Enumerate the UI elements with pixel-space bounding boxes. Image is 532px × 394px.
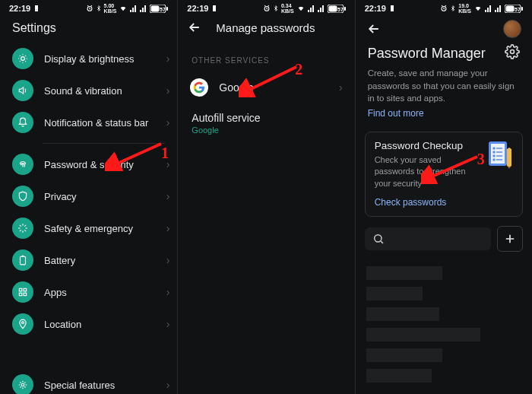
battery-icon: 57 (150, 5, 168, 13)
status-bar: 22:19 5.00KB/S 57 (0, 0, 177, 15)
alarm-icon (263, 5, 271, 12)
setting-label: Safety & emergency (44, 223, 162, 234)
divider (43, 143, 165, 144)
list-item[interactable] (366, 307, 439, 321)
wifi-icon (473, 5, 483, 12)
svg-rect-11 (24, 293, 27, 296)
avatar[interactable] (503, 20, 521, 38)
status-bar: 22:19 19.0KB/S 57 (356, 0, 532, 15)
list-item[interactable] (366, 287, 423, 300)
signal-icon (308, 5, 315, 12)
google-service-row[interactable]: Google › (178, 71, 354, 104)
alarm-icon (86, 5, 93, 12)
setting-label: Notification & status bar (44, 117, 162, 129)
sidebar-item-password-security[interactable]: Password & security › (5, 148, 177, 180)
chevron-right-icon: › (166, 158, 170, 170)
svg-point-36 (493, 159, 495, 160)
page-description: Create, save and manage your passwords s… (368, 67, 520, 105)
brightness-icon (12, 48, 33, 69)
network-speed: 19.0KB/S (458, 3, 471, 14)
page-title: Settings (0, 15, 177, 43)
chevron-right-icon: › (166, 222, 170, 234)
signal-icon-2 (318, 5, 325, 12)
list-item[interactable] (366, 369, 432, 383)
shield-icon (12, 186, 33, 207)
svg-rect-0 (35, 5, 38, 11)
svg-rect-10 (19, 293, 22, 296)
search-icon (372, 233, 385, 245)
fingerprint-icon (12, 154, 33, 175)
battery-icon: 57 (328, 5, 346, 13)
password-list (356, 266, 532, 383)
sidebar-item-battery[interactable]: Battery › (5, 244, 177, 276)
chevron-right-icon: › (166, 286, 170, 298)
status-bar: 22:19 0.34KB/S 57 (178, 0, 354, 15)
svg-point-13 (21, 383, 24, 386)
sidebar-item-notification[interactable]: Notification & status bar › (5, 106, 177, 138)
svg-rect-18 (328, 5, 337, 11)
network-speed: 0.34KB/S (281, 3, 294, 14)
header (356, 15, 532, 41)
setting-label: Privacy (44, 191, 162, 202)
gear-icon[interactable] (505, 44, 520, 62)
signal-icon (130, 5, 138, 12)
svg-rect-24 (505, 5, 514, 11)
signal-icon (485, 5, 492, 12)
svg-point-12 (22, 322, 24, 324)
svg-text:57: 57 (337, 6, 344, 11)
sidebar-item-privacy[interactable]: Privacy › (5, 180, 177, 212)
setting-label: Location (44, 319, 162, 330)
sound-icon (12, 80, 33, 101)
status-time: 22:19 (9, 4, 30, 13)
settings-list: Display & brightness › Sound & vibration… (0, 43, 177, 394)
section-label: OTHER SERVICES (178, 43, 354, 71)
sidebar-item-safety[interactable]: Safety & emergency › (5, 212, 177, 244)
back-icon[interactable] (187, 20, 202, 35)
alarm-icon (440, 5, 448, 12)
autofill-service-row[interactable]: Autofill service Google (178, 104, 354, 142)
setting-label: Battery (44, 255, 162, 266)
sidebar-item-sound[interactable]: Sound & vibration › (5, 75, 177, 106)
svg-text:57: 57 (160, 6, 166, 11)
location-icon (12, 313, 33, 335)
setting-label: Special features (44, 380, 162, 391)
setting-label: Apps (44, 287, 162, 298)
battery-icon: 57 (505, 5, 523, 13)
list-item[interactable] (366, 328, 480, 342)
find-out-more-link[interactable]: Find out more (368, 108, 424, 119)
setting-label: Display & brightness (44, 53, 162, 65)
wifi-icon (296, 5, 306, 12)
signal-icon-2 (495, 5, 502, 12)
back-icon[interactable] (366, 21, 382, 37)
google-icon (190, 78, 208, 97)
svg-point-32 (493, 151, 495, 153)
status-time: 22:19 (365, 4, 386, 13)
chevron-right-icon: › (166, 379, 170, 391)
svg-rect-7 (21, 256, 26, 265)
svg-rect-3 (151, 5, 160, 11)
sidebar-item-apps[interactable]: Apps › (5, 276, 177, 308)
check-passwords-link[interactable]: Check passwords (375, 197, 447, 208)
notification-indicator-icon (388, 5, 396, 12)
search-input[interactable] (365, 227, 491, 250)
sidebar-item-location[interactable]: Location › (5, 308, 177, 340)
add-button[interactable] (497, 226, 523, 252)
status-time: 22:19 (187, 4, 208, 13)
wifi-icon (119, 5, 128, 12)
password-manager-screen: 22:19 19.0KB/S 57 Password Manager Creat… (355, 0, 532, 394)
svg-rect-25 (521, 7, 523, 11)
sidebar-item-display[interactable]: Display & brightness › (5, 43, 177, 75)
list-item[interactable] (366, 266, 442, 280)
special-icon (12, 374, 33, 394)
chevron-right-icon: › (166, 52, 170, 65)
password-manager-header: Password Manager Create, save and manage… (356, 41, 532, 127)
svg-rect-4 (166, 7, 168, 11)
sidebar-item-special-features[interactable]: Special features › (5, 369, 177, 394)
svg-point-6 (21, 57, 25, 61)
network-speed: 5.00KB/S (104, 3, 117, 14)
svg-rect-9 (24, 288, 27, 291)
row-title: Autofill service (192, 112, 340, 124)
svg-rect-19 (344, 7, 346, 11)
list-item[interactable] (366, 348, 442, 362)
settings-screen: 22:19 5.00KB/S 57 Settings Display & bri… (0, 0, 177, 394)
